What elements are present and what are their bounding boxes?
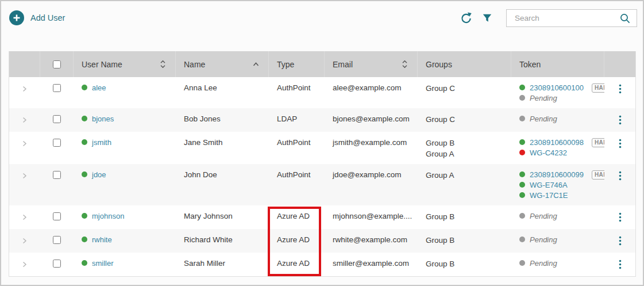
token-pending-text: Pending bbox=[530, 211, 557, 221]
type-text: AuthPoint bbox=[277, 138, 311, 147]
hardware-token-badge: HARD bbox=[592, 170, 604, 180]
expand-cell bbox=[9, 253, 40, 276]
expand-row-button[interactable] bbox=[21, 139, 28, 150]
sort-ascending-icon[interactable] bbox=[253, 62, 259, 67]
token-status-dot bbox=[519, 182, 525, 188]
row-menu-button[interactable] bbox=[618, 236, 623, 247]
token-link[interactable]: WG-17C1E bbox=[530, 190, 568, 200]
username-cell: mjohnson bbox=[74, 205, 176, 229]
token-link[interactable]: WG-C4232 bbox=[530, 148, 567, 158]
username-wrap: bjones bbox=[82, 114, 176, 124]
select-cell bbox=[40, 164, 74, 205]
expand-row-button[interactable] bbox=[21, 260, 28, 270]
username-wrap: jsmith bbox=[82, 138, 176, 147]
actions-cell bbox=[604, 229, 635, 253]
token-link[interactable]: WG-E746A bbox=[530, 180, 568, 190]
username-link[interactable]: mjohnson bbox=[92, 211, 124, 221]
username-link[interactable]: jdoe bbox=[92, 170, 106, 180]
row-checkbox[interactable] bbox=[53, 139, 61, 147]
row-checkbox[interactable] bbox=[53, 115, 61, 123]
token-cell: Pending bbox=[511, 229, 604, 253]
add-user-button[interactable]: Add User bbox=[9, 10, 65, 25]
actions-cell bbox=[604, 164, 635, 205]
groups-cell: Group B bbox=[418, 253, 511, 276]
name-cell: Sarah Miller bbox=[176, 253, 269, 276]
name-cell: Anna Lee bbox=[176, 77, 269, 108]
username-link[interactable]: jsmith bbox=[92, 138, 111, 147]
row-menu-button[interactable] bbox=[618, 171, 623, 182]
table-row: jsmithJane SmithAuthPointjsmith@example.… bbox=[9, 132, 635, 164]
token-cell: 2308910600100HARDPending bbox=[511, 77, 604, 108]
email-cell: mjohnson@example.... bbox=[325, 205, 418, 229]
type-text: LDAP bbox=[277, 115, 297, 123]
username-link[interactable]: bjones bbox=[92, 114, 114, 124]
username-link[interactable]: smiller bbox=[92, 258, 114, 268]
column-header-label: Groups bbox=[426, 60, 502, 69]
expand-row-button[interactable] bbox=[21, 84, 28, 95]
user-status-dot bbox=[82, 139, 87, 145]
group-name: Group C bbox=[426, 114, 511, 125]
token-link[interactable]: 2308910600099 bbox=[530, 170, 584, 180]
row-menu-button[interactable] bbox=[618, 212, 623, 224]
token-line: WG-E746A bbox=[519, 180, 604, 190]
row-menu-button[interactable] bbox=[618, 139, 623, 150]
expand-row-button[interactable] bbox=[21, 212, 28, 223]
token-status-dot bbox=[519, 171, 525, 177]
token-status-dot bbox=[519, 116, 525, 121]
row-menu-button[interactable] bbox=[618, 115, 623, 127]
toolbar: Add User bbox=[9, 8, 637, 28]
row-checkbox[interactable] bbox=[53, 84, 61, 92]
email-cell: jsmith@example.com bbox=[325, 132, 418, 164]
token-link[interactable]: 2308910600098 bbox=[530, 138, 584, 147]
type-text: Azure AD bbox=[277, 235, 310, 244]
table-row: smillerSarah MillerAzure ADsmiller@examp… bbox=[9, 253, 635, 276]
token-line: 2308910600098HARD bbox=[519, 138, 604, 147]
name-text: Richard White bbox=[184, 235, 233, 244]
username-link[interactable]: alee bbox=[92, 83, 106, 93]
select-all-checkbox[interactable] bbox=[53, 60, 61, 68]
type-cell: Azure AD bbox=[269, 253, 325, 276]
actions-cell bbox=[604, 108, 635, 132]
username-wrap: jdoe bbox=[82, 170, 176, 180]
name-cell: Mary Johnson bbox=[176, 205, 269, 229]
email-text: smiller@example.com bbox=[333, 259, 409, 268]
sort-icon[interactable] bbox=[402, 60, 408, 68]
filter-button[interactable] bbox=[481, 12, 493, 24]
type-text: AuthPoint bbox=[277, 83, 311, 92]
select-cell bbox=[40, 205, 74, 229]
email-text: jsmith@example.com bbox=[333, 138, 407, 147]
filter-icon bbox=[482, 13, 492, 23]
row-menu-button[interactable] bbox=[618, 260, 623, 271]
row-checkbox[interactable] bbox=[53, 212, 61, 220]
column-header-label: Token bbox=[519, 60, 595, 69]
group-name: Group B bbox=[426, 235, 511, 246]
token-pending-text: Pending bbox=[530, 114, 557, 124]
groups-cell: Group C bbox=[418, 108, 511, 132]
token-cell: 2308910600099HARDWG-E746AWG-17C1E bbox=[511, 164, 604, 205]
group-name: Group B bbox=[426, 258, 511, 269]
row-checkbox[interactable] bbox=[53, 171, 61, 179]
row-menu-button[interactable] bbox=[618, 84, 623, 96]
name-cell: Jane Smith bbox=[176, 132, 269, 164]
groups-cell: Group A bbox=[418, 164, 511, 205]
search-box bbox=[506, 9, 637, 27]
token-status-dot bbox=[519, 95, 525, 101]
group-name: Group A bbox=[426, 170, 511, 181]
expand-row-button[interactable] bbox=[21, 115, 28, 126]
row-checkbox[interactable] bbox=[53, 236, 61, 244]
name-text: Mary Johnson bbox=[184, 212, 233, 220]
name-text: John Doe bbox=[184, 170, 217, 179]
token-link[interactable]: 2308910600100 bbox=[530, 83, 584, 93]
expand-cell bbox=[9, 164, 40, 205]
token-status-dot bbox=[519, 139, 525, 145]
expand-row-button[interactable] bbox=[21, 171, 28, 182]
username-link[interactable]: rwhite bbox=[92, 235, 112, 245]
expand-row-button[interactable] bbox=[21, 236, 28, 247]
token-line: Pending bbox=[519, 93, 604, 103]
row-checkbox[interactable] bbox=[53, 260, 61, 268]
username-cell: smiller bbox=[74, 253, 176, 276]
sort-icon[interactable] bbox=[160, 60, 166, 68]
search-icon[interactable] bbox=[619, 12, 631, 27]
search-input[interactable] bbox=[507, 10, 637, 26]
refresh-button[interactable] bbox=[458, 10, 474, 26]
